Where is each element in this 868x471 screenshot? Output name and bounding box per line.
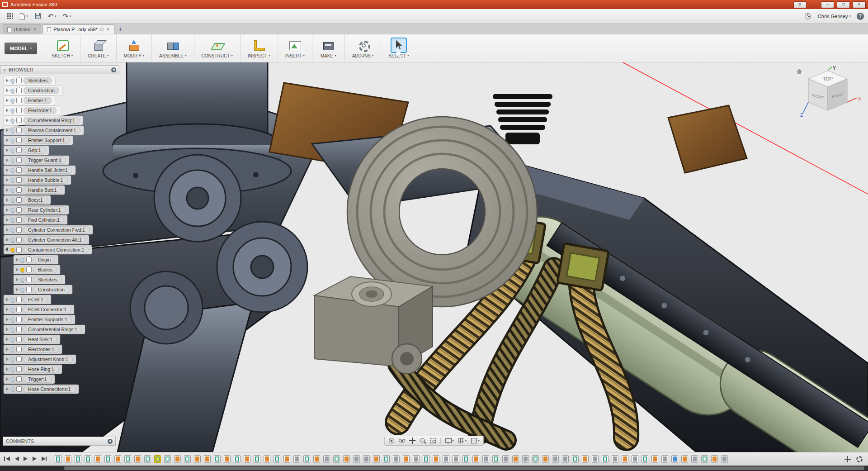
visibility-bulb-icon[interactable] <box>10 178 14 182</box>
timeline-feature-icon[interactable] <box>562 455 569 463</box>
timeline-feature-icon[interactable] <box>443 455 449 463</box>
timeline-feature-icon[interactable] <box>681 455 688 463</box>
item-label[interactable]: Electrode:1 <box>24 107 57 114</box>
timeline-scrollbar[interactable] <box>0 466 868 471</box>
item-label[interactable]: ECell Connector:1 <box>24 306 71 313</box>
visibility-bulb-icon[interactable] <box>10 188 14 192</box>
expand-arrow-icon[interactable] <box>6 208 9 212</box>
browser-tree-item[interactable]: Handle Bubble:1 <box>4 176 71 185</box>
expand-arrow-icon[interactable] <box>16 288 19 291</box>
timeline-feature-icon[interactable] <box>472 455 479 463</box>
timeline-feature-icon[interactable] <box>661 455 668 463</box>
visibility-bulb-icon[interactable] <box>10 148 14 152</box>
visibility-bulb-icon[interactable] <box>10 218 14 222</box>
timeline-feature-icon[interactable] <box>512 455 519 463</box>
browser-tree-item[interactable]: Emitter Supports:1 <box>4 315 75 324</box>
home-icon[interactable] <box>797 69 802 74</box>
ribbon-group-icon[interactable] <box>91 38 106 52</box>
visibility-bulb-icon[interactable] <box>10 128 14 133</box>
redo-button[interactable]: ↷▾ <box>61 11 74 22</box>
timeline-feature-icon[interactable] <box>264 455 270 463</box>
timeline-feature-icon[interactable] <box>492 455 499 463</box>
expand-arrow-icon[interactable] <box>6 308 9 311</box>
expand-arrow-icon[interactable] <box>16 258 19 262</box>
dropdown-caret[interactable]: ▾ <box>107 54 109 57</box>
timeline-feature-icon[interactable] <box>283 455 290 463</box>
expand-arrow-icon[interactable] <box>6 178 9 182</box>
timeline-feature-icon[interactable] <box>293 455 300 463</box>
item-label[interactable]: Handle Bubble:1 <box>24 176 68 184</box>
expand-arrow-icon[interactable] <box>6 109 9 112</box>
expand-arrow-icon[interactable] <box>6 328 9 331</box>
timeline-playback-button[interactable] <box>40 455 47 463</box>
timeline-feature-icon[interactable] <box>254 455 260 463</box>
timeline-feature-icon[interactable] <box>184 455 191 463</box>
timeline-feature-icon[interactable] <box>353 455 360 463</box>
timeline-playback-button[interactable] <box>13 455 20 463</box>
visibility-bulb-icon[interactable] <box>10 228 14 232</box>
ribbon-group-icon[interactable] <box>127 38 141 52</box>
timeline-feature-icon[interactable] <box>502 455 509 463</box>
item-label[interactable]: Electrodes:1 <box>24 346 59 353</box>
panel-options-icon[interactable] <box>108 439 113 444</box>
ribbon-group-icon[interactable] <box>392 38 406 52</box>
browser-tree-item[interactable]: Sketches <box>4 76 55 85</box>
expand-arrow-icon[interactable] <box>6 318 9 321</box>
item-label[interactable]: Containment Connection:1 <box>24 246 89 253</box>
dropdown-caret[interactable]: ▾ <box>303 54 305 57</box>
timeline-feature-icon[interactable] <box>214 455 221 463</box>
dropdown-caret[interactable]: ▾ <box>407 54 409 57</box>
timeline-feature-icon[interactable] <box>144 455 151 463</box>
item-label[interactable]: Handle Ball Joint:1 <box>24 167 72 174</box>
timeline-feature-icon[interactable] <box>124 455 131 463</box>
timeline-feature-icon[interactable] <box>174 455 181 463</box>
visibility-bulb-icon[interactable] <box>10 248 14 252</box>
restore-button[interactable]: □ <box>837 1 850 8</box>
browser-tree-item[interactable]: Plasma Containment:1 <box>4 126 84 135</box>
browser-tree-item[interactable]: Hose Connections:1 <box>4 385 79 394</box>
visibility-bulb-icon[interactable] <box>10 308 14 312</box>
browser-tree-item[interactable]: Electrode:1 <box>4 106 60 115</box>
browser-tree-item[interactable]: Construction <box>4 86 62 95</box>
document-tab[interactable]: Plasma P...ody v59* × <box>42 24 114 34</box>
item-label[interactable]: Rear Cylinder:1 <box>24 206 66 214</box>
browser-tree-item[interactable]: Fwd Cylinder:1 <box>4 215 67 224</box>
browser-tree-item[interactable]: Construction <box>14 285 72 294</box>
browser-panel-header[interactable]: « BROWSER <box>0 65 119 74</box>
timeline-feature-icon[interactable] <box>363 455 370 463</box>
scrollbar-thumb[interactable] <box>64 466 864 470</box>
ribbon-group[interactable]: SKETCH ▾ <box>44 34 80 62</box>
browser-tree-item[interactable]: Circumferential Rings:1 <box>4 325 85 334</box>
expand-arrow-icon[interactable] <box>6 99 9 102</box>
expand-arrow-icon[interactable] <box>6 148 9 152</box>
nav-button[interactable]: ▾ <box>430 438 436 444</box>
expand-arrow-icon[interactable] <box>6 168 9 172</box>
timeline-feature-icon[interactable] <box>532 455 539 463</box>
visibility-bulb-icon[interactable] <box>10 208 14 212</box>
item-label[interactable]: Construction <box>24 87 59 94</box>
expand-arrow-icon[interactable] <box>6 347 9 351</box>
visibility-bulb-icon[interactable] <box>20 278 24 282</box>
ribbon-group[interactable]: ADD-INS ▾ <box>344 34 381 62</box>
visibility-bulb-icon[interactable] <box>10 168 14 172</box>
item-label[interactable]: Fwd Cylinder:1 <box>24 216 64 224</box>
timeline-move-icon[interactable] <box>844 456 851 462</box>
timeline-feature-icon[interactable] <box>393 455 400 463</box>
visibility-bulb-icon[interactable] <box>10 158 14 162</box>
browser-tree-item[interactable]: ECell Connector:1 <box>4 305 74 314</box>
browser-tree-item[interactable]: Cylinder Connection Aft:1 <box>4 235 89 244</box>
browser-tree-item[interactable]: Handle Butt:1 <box>4 186 65 195</box>
visibility-bulb-icon[interactable] <box>20 268 24 272</box>
ribbon-group-icon[interactable] <box>252 38 266 52</box>
timeline-feature-icon[interactable] <box>343 455 350 463</box>
visibility-bulb-icon[interactable] <box>10 318 14 322</box>
visibility-bulb-icon[interactable] <box>10 357 14 362</box>
dropdown-caret[interactable]: ▾ <box>71 54 73 57</box>
workspace-switcher[interactable]: MODEL ▾ <box>5 43 37 54</box>
expand-arrow-icon[interactable] <box>6 387 9 391</box>
dropdown-caret[interactable]: ▾ <box>335 54 336 57</box>
visibility-bulb-icon[interactable] <box>10 377 14 381</box>
nav-button[interactable]: ▾ <box>420 438 426 444</box>
browser-tree-item[interactable]: Adjustment Knob:1 <box>4 355 76 364</box>
item-label[interactable]: Circumferential Ring:1 <box>24 117 80 124</box>
